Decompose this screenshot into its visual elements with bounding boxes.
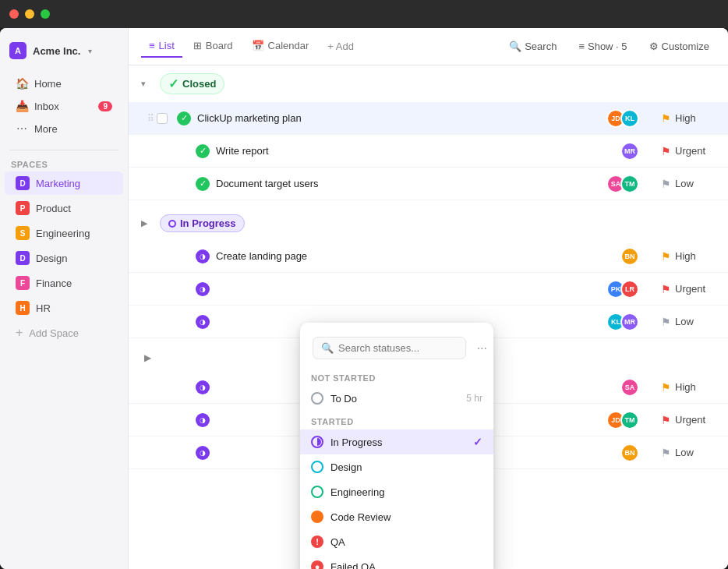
sidebar-item-label: More (34, 123, 58, 135)
avatar: KL (620, 109, 639, 128)
table-row[interactable]: ◑ PK LR ⚑ Urgent (129, 273, 728, 306)
task-avatars: BN (620, 444, 639, 462)
sidebar-item-more[interactable]: ⋯ More (5, 118, 123, 140)
status-option-qa[interactable]: ! QA (300, 529, 493, 554)
sidebar-item-finance[interactable]: F Finance (5, 271, 123, 295)
task-name: Document target users (216, 178, 600, 189)
status-option-codereview[interactable]: Code Review (300, 504, 493, 529)
priority-badge: ⚑ Low (661, 178, 716, 190)
tab-calendar[interactable]: 📅 Calendar (244, 35, 317, 58)
customize-icon: ⚙ (649, 41, 659, 52)
status-label: Failed QA (330, 561, 376, 570)
minimize-button[interactable] (25, 9, 34, 19)
status-label: Design (330, 461, 362, 473)
inprogress-dot (168, 220, 176, 228)
sidebar-item-inbox[interactable]: 📥 Inbox 9 (5, 95, 123, 117)
add-space-label: Add Space (29, 327, 79, 339)
inprogress-section-header[interactable]: ▶ In Progress (129, 207, 728, 240)
flag-icon: ⚑ (661, 414, 671, 426)
tab-list[interactable]: ≡ List (141, 35, 182, 58)
task-avatars: PK LR (606, 280, 639, 299)
flag-icon: ⚑ (661, 178, 671, 190)
add-icon: + (16, 326, 23, 340)
status-label: Engineering (330, 486, 384, 498)
status-option-design[interactable]: Design (300, 454, 493, 479)
status-option-inprogress[interactable]: In Progress ✓ (300, 429, 493, 454)
status-option-engineering[interactable]: Engineering (300, 479, 493, 504)
expand-icon: ▶ (144, 352, 151, 363)
sidebar-item-engineering[interactable]: S Engineering (5, 221, 123, 245)
dropdown-more-button[interactable]: ··· (477, 341, 487, 355)
flag-icon: ⚑ (661, 381, 671, 394)
qa-status-icon: ! (311, 535, 323, 548)
close-button[interactable] (9, 9, 19, 19)
show-button[interactable]: ≡ Show · 5 (572, 37, 633, 55)
table-row[interactable]: ✓ Write report MR ⚑ Urgent (129, 135, 728, 168)
task-status-done[interactable]: ✓ (196, 177, 210, 191)
task-status-done[interactable]: ✓ (177, 111, 191, 125)
priority-label: High (675, 250, 696, 262)
sidebar-item-hr[interactable]: H HR (5, 296, 123, 320)
sidebar-item-label: Marketing (36, 178, 80, 189)
table-row[interactable]: ✓ Document target users SA TM ⚑ Low (129, 168, 728, 200)
status-option-todo[interactable]: To Do 5 hr (300, 386, 493, 411)
closed-section-header[interactable]: ▾ ✓ Closed (129, 65, 728, 102)
status-search-input[interactable] (338, 342, 458, 354)
time-estimate: 5 hr (466, 393, 482, 404)
board-icon: ⊞ (193, 40, 202, 51)
priority-badge: ⚑ Urgent (661, 283, 716, 295)
priority-label: Urgent (675, 145, 705, 157)
sidebar-item-product[interactable]: P Product (5, 196, 123, 220)
task-name: Write report (216, 145, 614, 157)
avatar: LR (620, 280, 639, 299)
avatar: TM (620, 175, 639, 193)
task-status-inprogress[interactable]: ◑ (196, 380, 210, 394)
task-status-inprogress[interactable]: ◑ (196, 249, 210, 263)
task-avatars: JD KL (606, 109, 639, 128)
todo-status-icon (311, 392, 323, 405)
sidebar-item-design[interactable]: D Design (5, 246, 123, 270)
status-label: Code Review (330, 511, 391, 523)
add-tab-button[interactable]: + Add (320, 36, 362, 57)
task-status-inprogress[interactable]: ◑ (196, 446, 210, 460)
priority-badge: ⚑ Low (661, 447, 716, 459)
customize-button[interactable]: ⚙ Customize (643, 37, 716, 55)
titlebar (0, 0, 728, 28)
table-row[interactable]: ⠿ ✓ ClickUp marketing plan JD KL ⚑ High (129, 102, 728, 135)
table-row[interactable]: ◑ Create landing page BN ⚑ High (129, 240, 728, 273)
task-status-done[interactable]: ✓ (196, 144, 210, 158)
task-status-inprogress[interactable]: ◑ (196, 282, 210, 296)
inprogress-label: In Progress (180, 217, 236, 229)
tabs-bar: ≡ List ⊞ Board 📅 Calendar + Add 🔍 Search (129, 28, 728, 65)
inbox-badge: 9 (98, 101, 112, 111)
toolbar-right: 🔍 Search ≡ Show · 5 ⚙ Customize (503, 37, 716, 55)
design-status-icon (311, 461, 323, 473)
task-status-inprogress[interactable]: ◑ (196, 413, 210, 427)
status-option-failedqa[interactable]: ● Failed QA (300, 554, 493, 569)
search-button[interactable]: 🔍 Search (503, 37, 563, 55)
tab-board[interactable]: ⊞ Board (186, 35, 241, 58)
priority-label: Urgent (675, 414, 705, 426)
more-icon: ⋯ (16, 122, 28, 135)
tab-label: Board (206, 40, 233, 51)
sidebar-item-marketing[interactable]: D Marketing (5, 171, 123, 195)
workspace-switcher[interactable]: A Acme Inc. ▾ (0, 37, 128, 69)
task-checkbox[interactable] (157, 113, 168, 124)
add-space-button[interactable]: + Add Space (5, 321, 123, 345)
task-status-inprogress[interactable]: ◑ (196, 315, 210, 329)
task-list-content: ▾ ✓ Closed ⠿ ✓ ClickUp marketing plan JD… (129, 65, 728, 569)
sidebar: A Acme Inc. ▾ 🏠 Home 📥 Inbox 9 ⋯ More Sp… (0, 28, 129, 569)
status-label: QA (330, 536, 345, 548)
avatar: MR (620, 313, 639, 331)
hr-icon: H (16, 301, 30, 315)
show-icon: ≡ (578, 41, 585, 52)
calendar-icon: 📅 (252, 40, 264, 51)
sidebar-item-home[interactable]: 🏠 Home (5, 72, 123, 94)
maximize-button[interactable] (41, 9, 50, 19)
sidebar-divider (9, 150, 118, 150)
main-area: ≡ List ⊞ Board 📅 Calendar + Add 🔍 Search (129, 28, 728, 569)
priority-label: High (675, 112, 696, 124)
dropdown-search-bar[interactable]: 🔍 (313, 337, 466, 359)
spaces-label: Spaces (0, 157, 128, 171)
codereview-status-icon (311, 511, 323, 523)
